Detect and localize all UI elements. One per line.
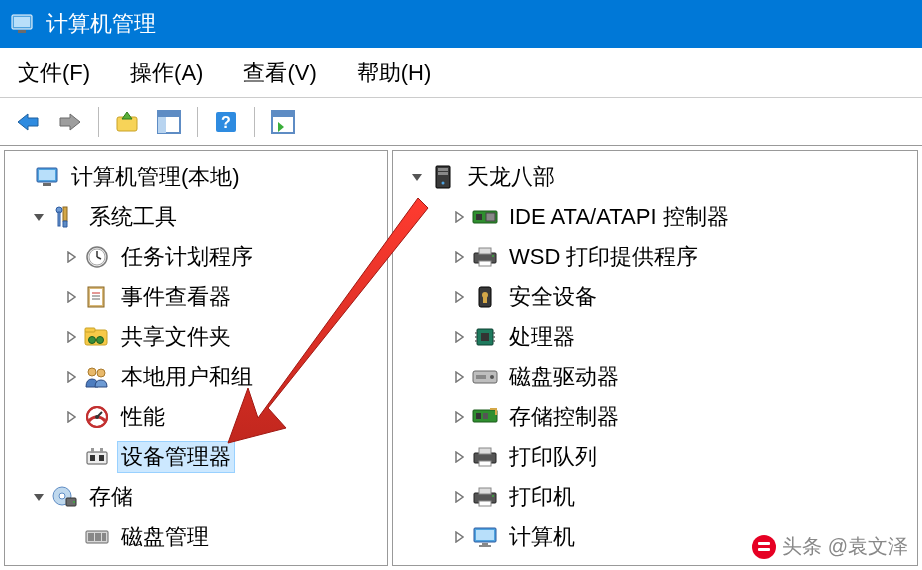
svg-rect-79 <box>479 461 491 466</box>
device-root[interactable]: 天龙八部 <box>397 157 913 197</box>
svg-rect-5 <box>158 111 180 117</box>
back-button[interactable] <box>10 104 46 140</box>
svg-rect-54 <box>476 214 482 220</box>
tree-event-viewer[interactable]: 事件查看器 <box>9 277 383 317</box>
toolbar-separator <box>197 107 198 137</box>
menubar: 文件(F) 操作(A) 查看(V) 帮助(H) <box>0 48 922 98</box>
svg-point-31 <box>97 369 105 377</box>
tree-label: 存储 <box>85 482 137 512</box>
chevron-down-icon[interactable] <box>27 211 51 223</box>
tree-shared-folders[interactable]: 共享文件夹 <box>9 317 383 357</box>
tree-label: 系统工具 <box>85 202 181 232</box>
device-processors[interactable]: 处理器 <box>397 317 913 357</box>
storage-icon <box>51 483 79 511</box>
chevron-right-icon[interactable] <box>59 371 83 383</box>
printer-icon <box>471 483 499 511</box>
svg-point-83 <box>492 495 494 497</box>
tree-task-scheduler[interactable]: 任务计划程序 <box>9 237 383 277</box>
monitor-icon <box>471 523 499 551</box>
svg-rect-58 <box>479 261 491 266</box>
chevron-right-icon[interactable] <box>59 291 83 303</box>
tree-label: 处理器 <box>505 322 579 352</box>
menu-file[interactable]: 文件(F) <box>12 54 96 92</box>
svg-rect-57 <box>479 248 491 254</box>
svg-rect-51 <box>438 172 448 175</box>
svg-rect-10 <box>272 111 294 117</box>
menu-help[interactable]: 帮助(H) <box>351 54 438 92</box>
svg-rect-22 <box>90 289 102 305</box>
svg-rect-39 <box>91 448 94 453</box>
forward-button[interactable] <box>52 104 88 140</box>
device-print-queues[interactable]: 打印队列 <box>397 437 913 477</box>
performance-icon <box>83 403 111 431</box>
chevron-down-icon[interactable] <box>27 491 51 503</box>
up-button[interactable] <box>109 104 145 140</box>
device-wsd-print-provider[interactable]: WSD 打印提供程序 <box>397 237 913 277</box>
clock-icon <box>83 243 111 271</box>
tree-label: 天龙八部 <box>463 162 559 192</box>
svg-rect-46 <box>88 533 94 541</box>
tree-label: 存储控制器 <box>505 402 623 432</box>
show-hide-tree-button[interactable] <box>151 104 187 140</box>
device-security-devices[interactable]: 安全设备 <box>397 277 913 317</box>
svg-point-44 <box>73 501 75 503</box>
tree-disk-management[interactable]: ▶ 磁盘管理 <box>9 517 383 557</box>
svg-rect-64 <box>481 333 489 341</box>
svg-rect-2 <box>18 30 26 33</box>
app-icon <box>8 10 36 38</box>
svg-rect-40 <box>100 448 103 453</box>
chevron-right-icon[interactable] <box>59 251 83 263</box>
svg-rect-76 <box>483 413 488 419</box>
chevron-right-icon[interactable] <box>447 291 471 303</box>
chevron-right-icon[interactable] <box>59 331 83 343</box>
users-icon <box>83 363 111 391</box>
svg-rect-1 <box>14 17 30 27</box>
properties-button[interactable] <box>265 104 301 140</box>
chevron-right-icon[interactable] <box>447 371 471 383</box>
tree-label: 设备管理器 <box>117 441 235 473</box>
tree-label: 本地用户和组 <box>117 362 257 392</box>
help-button[interactable]: ? <box>208 104 244 140</box>
svg-rect-13 <box>43 183 51 186</box>
svg-point-29 <box>97 337 104 344</box>
device-printers[interactable]: 打印机 <box>397 477 913 517</box>
tree-root-computer-management[interactable]: ▶ 计算机管理(本地) <box>9 157 383 197</box>
computer-management-icon <box>33 163 61 191</box>
tree-label: 磁盘管理 <box>117 522 213 552</box>
tree-storage[interactable]: 存储 <box>9 477 383 517</box>
device-disk-drives[interactable]: 磁盘驱动器 <box>397 357 913 397</box>
tree-system-tools[interactable]: 系统工具 <box>9 197 383 237</box>
chevron-right-icon[interactable] <box>447 491 471 503</box>
chevron-right-icon[interactable] <box>59 411 83 423</box>
watermark: 头条 @袁文泽 <box>752 533 908 560</box>
svg-rect-14 <box>63 207 67 221</box>
chevron-right-icon[interactable] <box>447 211 471 223</box>
svg-rect-78 <box>479 448 491 454</box>
svg-rect-82 <box>479 501 491 506</box>
svg-point-59 <box>492 255 494 257</box>
tree-label: 打印机 <box>505 482 579 512</box>
svg-rect-85 <box>476 530 494 540</box>
chevron-right-icon[interactable] <box>447 451 471 463</box>
tree-device-manager[interactable]: ▶ 设备管理器 <box>9 437 383 477</box>
event-viewer-icon <box>83 283 111 311</box>
chevron-right-icon[interactable] <box>447 411 471 423</box>
printer-icon <box>471 243 499 271</box>
chevron-right-icon[interactable] <box>447 531 471 543</box>
watermark-text: 头条 @袁文泽 <box>782 533 908 560</box>
chevron-right-icon[interactable] <box>447 331 471 343</box>
device-ide-controllers[interactable]: IDE ATA/ATAPI 控制器 <box>397 197 913 237</box>
system-tools-icon <box>51 203 79 231</box>
tree-performance[interactable]: 性能 <box>9 397 383 437</box>
tree-local-users-groups[interactable]: 本地用户和组 <box>9 357 383 397</box>
chevron-down-icon[interactable] <box>405 171 429 183</box>
svg-text:?: ? <box>221 114 231 131</box>
menu-action[interactable]: 操作(A) <box>124 54 209 92</box>
chevron-right-icon[interactable] <box>447 251 471 263</box>
menu-view[interactable]: 查看(V) <box>237 54 322 92</box>
device-storage-controllers[interactable]: 存储控制器 <box>397 397 913 437</box>
svg-point-35 <box>95 415 99 419</box>
tree-label: 安全设备 <box>505 282 601 312</box>
tree-label: 计算机管理(本地) <box>67 162 244 192</box>
print-queue-icon <box>471 443 499 471</box>
